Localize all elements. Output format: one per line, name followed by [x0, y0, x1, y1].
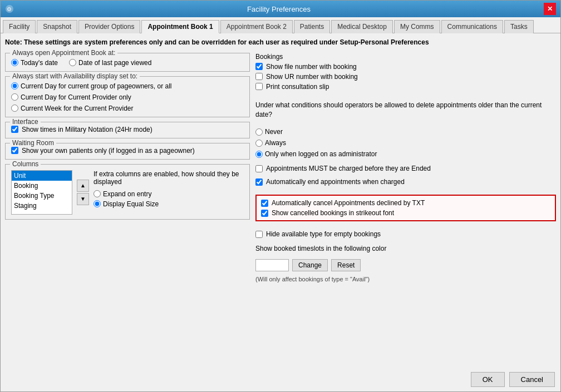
columns-display-options: If extra columns are enabled, how should…	[94, 170, 244, 215]
list-item-unit[interactable]: Unit	[12, 171, 72, 181]
tab-patients[interactable]: Patients	[294, 20, 330, 33]
open-at-options: Today's date Date of last page viewed	[11, 57, 244, 67]
auto-cancel-txt-checkbox[interactable]: Automatically cancel Appointments declin…	[261, 199, 550, 207]
waiting-room-group: Waiting Room Show your own patients only…	[5, 143, 250, 160]
columns-list: Unit Booking Booking Type Staging	[11, 170, 72, 215]
hide-available-checkbox[interactable]: Hide available type for empty bookings	[255, 230, 556, 238]
own-patients-input[interactable]	[11, 147, 18, 154]
avail-current-week[interactable]: Current Week for the Current Provider	[11, 105, 244, 112]
list-item-staging[interactable]: Staging	[12, 201, 72, 211]
expand-on-entry[interactable]: Expand on entry	[94, 190, 244, 198]
reset-color-button[interactable]: Reset	[331, 259, 361, 271]
show-file-number-input[interactable]	[255, 63, 263, 70]
own-patients-label: Show your own patients only (if logged i…	[22, 147, 195, 155]
expand-on-entry-label: Expand on entry	[103, 190, 151, 198]
tab-provider-options[interactable]: Provider Options	[78, 20, 140, 33]
delete-never-label: Never	[265, 128, 283, 136]
display-equal-size[interactable]: Display Equal Size	[94, 200, 244, 208]
delete-always[interactable]: Always	[255, 139, 556, 147]
tab-appointment-book-2[interactable]: Appointment Book 2	[220, 20, 293, 33]
open-at-today-radio[interactable]	[11, 59, 18, 66]
show-file-number-label: Show file number with booking	[266, 63, 357, 71]
own-patients-checkbox[interactable]: Show your own patients only (if logged i…	[11, 147, 244, 155]
military-notation-label: Show times in Military Notation (24Hr mo…	[22, 126, 152, 133]
hide-available-input[interactable]	[255, 231, 263, 238]
open-at-label: Always open Appointment Book at:	[10, 49, 117, 57]
open-at-last-page-radio[interactable]	[69, 59, 76, 66]
avail-current-day-all-label: Current Day for current group of pageown…	[21, 82, 171, 90]
window-icon: ⚙	[5, 4, 14, 13]
delete-always-radio[interactable]	[255, 140, 263, 147]
display-equal-size-radio[interactable]	[94, 200, 101, 207]
svg-text:⚙: ⚙	[7, 6, 12, 12]
show-cancelled-strikeout-input[interactable]	[261, 210, 268, 217]
military-notation-checkbox[interactable]: Show times in Military Notation (24Hr mo…	[11, 126, 244, 133]
show-cancelled-strikeout-checkbox[interactable]: Show cancelled bookings in strikeout fon…	[261, 209, 550, 217]
show-ur-number-label: Show UR number with booking	[266, 73, 358, 81]
tab-snapshot[interactable]: Snapshot	[37, 20, 77, 33]
show-file-number-checkbox[interactable]: Show file number with booking	[255, 63, 556, 71]
interface-label: Interface	[10, 118, 41, 126]
arrow-buttons: ▲ ▼	[77, 170, 89, 215]
extra-columns-label: If extra columns are enabled, how should…	[94, 170, 244, 186]
content-area: Note: These settings are system preferen…	[1, 33, 560, 368]
print-consultation-input[interactable]	[255, 83, 263, 90]
tab-communications[interactable]: Communications	[441, 20, 503, 33]
left-column: Always open Appointment Book at: Today's…	[5, 53, 250, 363]
interface-group: Interface Show times in Military Notatio…	[5, 122, 250, 138]
avail-current-day-provider[interactable]: Current Day for Current Provider only	[11, 93, 244, 101]
bookings-title: Bookings	[255, 53, 556, 61]
avail-current-day-all-radio[interactable]	[11, 82, 18, 90]
color-note: (Will only affect bookings of type = "Av…	[255, 276, 556, 282]
list-item-booking-type[interactable]: Booking Type	[12, 191, 72, 201]
ok-button[interactable]: OK	[471, 372, 505, 387]
display-equal-size-label: Display Equal Size	[103, 200, 159, 208]
avail-current-day-all[interactable]: Current Day for current group of pageown…	[11, 82, 244, 90]
auto-cancel-txt-input[interactable]	[261, 200, 268, 207]
auto-end-input[interactable]	[255, 178, 263, 186]
print-consultation-label: Print consultation slip	[266, 83, 329, 91]
tab-my-comms[interactable]: My Comms	[394, 20, 440, 33]
title-bar: ⚙ Facility Preferences ✕	[1, 1, 560, 17]
close-button[interactable]: ✕	[544, 3, 556, 15]
delete-never[interactable]: Never	[255, 128, 556, 136]
avail-current-week-radio[interactable]	[11, 105, 18, 112]
tab-medical-desktop[interactable]: Medical Desktop	[331, 20, 393, 33]
columns-group: Columns Unit Booking Booking Type Stagin…	[5, 164, 250, 220]
move-down-button[interactable]: ▼	[77, 193, 89, 205]
open-at-today[interactable]: Today's date	[11, 59, 58, 67]
show-ur-number-input[interactable]	[255, 73, 263, 80]
tab-tasks[interactable]: Tasks	[504, 20, 534, 33]
cancel-button[interactable]: Cancel	[509, 372, 555, 387]
delete-admin-only[interactable]: Only when logged on as administrator	[255, 150, 556, 158]
auto-end-checkbox[interactable]: Automatically end appointments when char…	[255, 178, 556, 186]
must-charge-checkbox[interactable]: Appointments MUST be charged before they…	[255, 165, 556, 172]
print-consultation-checkbox[interactable]: Print consultation slip	[255, 83, 556, 91]
show-ur-number-checkbox[interactable]: Show UR number with booking	[255, 73, 556, 81]
delete-question: Under what conditions should operators b…	[255, 101, 556, 120]
delete-admin-only-radio[interactable]	[255, 151, 263, 158]
window-title: Facility Preferences	[14, 5, 544, 13]
open-at-last-page[interactable]: Date of last page viewed	[69, 59, 151, 67]
open-at-last-page-label: Date of last page viewed	[78, 59, 151, 67]
move-up-button[interactable]: ▲	[77, 180, 89, 192]
availability-label: Always start with Availability display s…	[10, 72, 140, 80]
change-color-button[interactable]: Change	[292, 259, 328, 271]
color-label: Show booked timeslots in the following c…	[255, 245, 556, 252]
must-charge-label: Appointments MUST be charged before they…	[266, 165, 431, 172]
auto-end-label: Automatically end appointments when char…	[266, 178, 405, 186]
open-at-today-label: Today's date	[21, 59, 58, 67]
expand-on-entry-radio[interactable]	[94, 190, 101, 197]
note-text: Note: These settings are system preferen…	[5, 38, 556, 47]
avail-current-day-provider-radio[interactable]	[11, 93, 18, 101]
avail-current-week-label: Current Week for the Current Provider	[21, 105, 134, 112]
right-column: Bookings Show file number with booking S…	[255, 53, 556, 363]
list-item-booking[interactable]: Booking	[12, 181, 72, 191]
delete-admin-only-label: Only when logged on as administrator	[265, 150, 377, 158]
main-columns: Always open Appointment Book at: Today's…	[5, 53, 556, 363]
delete-never-radio[interactable]	[255, 128, 263, 136]
must-charge-input[interactable]	[255, 165, 263, 172]
tab-appointment-book-1[interactable]: Appointment Book 1	[141, 20, 219, 33]
military-notation-input[interactable]	[11, 126, 18, 133]
tab-facility[interactable]: Facility	[3, 20, 36, 33]
